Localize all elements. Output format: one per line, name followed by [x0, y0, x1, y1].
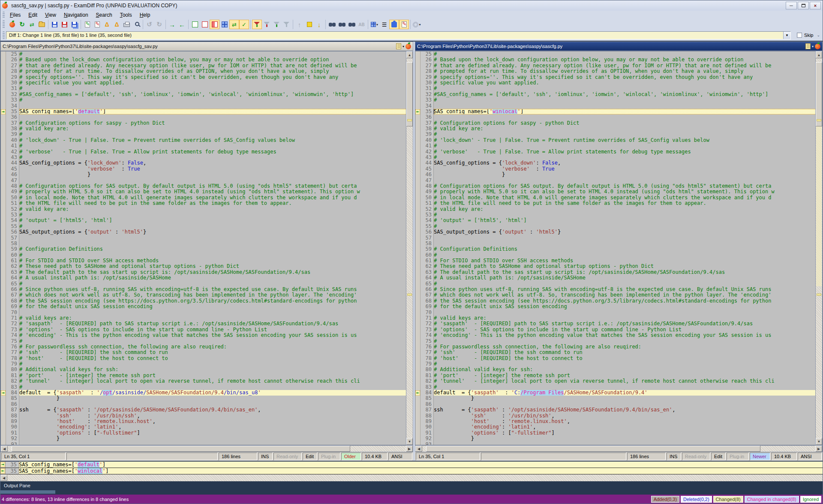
difference-row-1[interactable]: →35SAS_config_names=['default']: [0, 462, 823, 468]
code-line-53[interactable]: 53#: [415, 212, 815, 218]
code-line-31[interactable]: 31#: [415, 86, 815, 91]
code-line-51[interactable]: 51# the HTML file will need to be put in…: [415, 201, 815, 206]
code-line-43[interactable]: 43#: [415, 155, 815, 160]
menu-item-files[interactable]: Files: [6, 11, 24, 19]
scroll-down-icon[interactable]: ▼: [406, 438, 413, 445]
code-line-52[interactable]: 52# valid key are:: [1, 207, 406, 212]
code-line-61[interactable]: 61# For STDIO and STDIO over SSH access …: [1, 258, 406, 264]
code-line-84[interactable]: →84default = {'saspath' : '/opt/sasinsid…: [1, 390, 406, 396]
next-block-icon[interactable]: ↓: [314, 20, 324, 29]
code-line-69[interactable]: 69# for the default unix SAS session enc…: [1, 304, 406, 309]
code-line-26[interactable]: 26# Based upon the lock_down configurati…: [1, 57, 406, 63]
scroll-left-icon[interactable]: ◀: [1, 446, 8, 452]
vertical-scroll-thumb[interactable]: [816, 62, 822, 127]
previous-block-icon[interactable]: ↑: [294, 20, 304, 29]
code-line-71[interactable]: 71# valid keys are:: [1, 315, 406, 321]
code-line-78[interactable]: 78# 'host' - [REQUIRED] the host to conn…: [415, 356, 815, 361]
code-line-93[interactable]: 93: [1, 442, 406, 445]
output-pane-tab[interactable]: [0, 490, 55, 494]
code-line-69[interactable]: 69# for the default unix SAS session enc…: [415, 304, 815, 309]
code-line-72[interactable]: 72# 'saspath' - [REQUIRED] path to SAS s…: [1, 321, 406, 327]
code-line-56[interactable]: 56SAS_output_options = {'output' : 'html…: [415, 229, 815, 235]
code-line-43[interactable]: 43#: [1, 155, 406, 160]
code-line-30[interactable]: 30# specific value you want applied.: [415, 80, 815, 86]
code-line-58[interactable]: 58: [1, 241, 406, 246]
diffbar-overflow-icon[interactable]: ⌄: [817, 33, 820, 37]
code-line-83[interactable]: 83#: [415, 384, 815, 390]
code-line-93[interactable]: 93: [415, 442, 815, 445]
toolbar-grip[interactable]: [3, 20, 5, 28]
code-line-54[interactable]: 54# 'output' = ['html5', 'html']: [1, 218, 406, 223]
code-line-50[interactable]: 50# in local mode. Note that HTML 4.0 wi…: [415, 195, 815, 201]
compare-icon[interactable]: [7, 20, 17, 29]
code-line-51[interactable]: 51# the HTML file will need to be put in…: [1, 201, 406, 206]
code-line-67[interactable]: 67# which does not work well as utf-8. S…: [415, 292, 815, 298]
code-line-54[interactable]: 54# 'output' = ['html5', 'html']: [415, 218, 815, 223]
first-file-editor[interactable]: 25#26# Based upon the lock_down configur…: [0, 51, 406, 445]
code-line-88[interactable]: 88 'ssh' : '/usr/bin/ssh',: [1, 413, 406, 419]
code-line-86[interactable]: 86: [415, 402, 815, 407]
skip-checkbox[interactable]: [797, 33, 802, 38]
show-changed-icon[interactable]: [210, 20, 219, 29]
horizontal-scroll-thumb[interactable]: [426, 446, 760, 452]
scroll-down-icon[interactable]: ▼: [816, 438, 822, 445]
pane-menu-dropdown-icon[interactable]: ▾: [402, 45, 404, 48]
code-line-86[interactable]: 86: [1, 402, 406, 407]
code-line-46[interactable]: 46 }: [415, 172, 815, 177]
code-line-45[interactable]: 45 'verbose' : True: [1, 166, 406, 172]
menu-item-navigation[interactable]: Navigation: [60, 11, 92, 19]
code-line-71[interactable]: 71# valid keys are:: [415, 315, 815, 321]
code-line-89[interactable]: 89 'host' : 'remote.linux.host',: [415, 419, 815, 424]
filter-deleted-icon[interactable]: [262, 20, 272, 29]
code-line-85[interactable]: 85 }: [415, 396, 815, 401]
print-icon[interactable]: [122, 20, 132, 29]
code-line-41[interactable]: 41#: [1, 143, 406, 149]
diff-marker-arrow-icon[interactable]: →: [1, 390, 6, 396]
diff-marker-arrow-icon[interactable]: ←: [415, 109, 420, 114]
code-line-57[interactable]: 57: [415, 235, 815, 241]
difference-row-2[interactable]: ←35SAS_config_names=['winlocal']: [0, 468, 823, 474]
code-line-33[interactable]: 33#: [415, 97, 815, 103]
code-line-27[interactable]: 27# that are defined already. Any necess…: [415, 63, 815, 69]
code-line-77[interactable]: 77# 'ssh' - [REQUIRED] the ssh command t…: [415, 350, 815, 355]
code-line-37[interactable]: 37# Configuration options for saspy - py…: [415, 120, 815, 126]
code-line-75[interactable]: 75#: [1, 339, 406, 344]
send-differences-icon[interactable]: Δ: [112, 20, 122, 29]
code-line-65[interactable]: 65#: [1, 281, 406, 287]
code-line-63[interactable]: 63# The default path to the sas start up…: [1, 270, 406, 275]
open-files-icon[interactable]: [37, 20, 47, 29]
diff-map-mark[interactable]: [817, 294, 821, 296]
code-line-87[interactable]: 87ssh = {'saspath' : '/opt/sasinside/SAS…: [1, 407, 406, 413]
code-line-73[interactable]: 73# 'options' - SAS options to include i…: [1, 327, 406, 333]
save-first-file-icon[interactable]: [50, 20, 60, 29]
code-line-38[interactable]: 38# valid key are:: [415, 126, 815, 132]
code-line-42[interactable]: 42# 'verbose' - True | False. True = All…: [415, 149, 815, 155]
code-line-87[interactable]: 87ssh = {'saspath' : '/opt/sasinside/SAS…: [415, 407, 815, 413]
pane-menu-dropdown-icon[interactable]: ▾: [812, 45, 814, 48]
code-line-26[interactable]: 26# Based upon the lock_down configurati…: [415, 57, 815, 63]
code-line-38[interactable]: 38# valid key are:: [1, 126, 406, 132]
code-line-89[interactable]: 89 'host' : 'remote.linux.host',: [1, 419, 406, 424]
edit-second-file-icon[interactable]: [92, 20, 102, 29]
layout-icon-dropdown[interactable]: ▾: [376, 23, 378, 27]
code-line-63[interactable]: 63# The default path to the sas start up…: [415, 270, 815, 275]
code-line-55[interactable]: 55#: [1, 224, 406, 229]
code-line-68[interactable]: 68# the SAS session encoding (see https:…: [1, 298, 406, 304]
close-button[interactable]: ×: [810, 2, 821, 9]
code-line-50[interactable]: 50# in local mode. Note that HTML 4.0 wi…: [1, 195, 406, 201]
edit-plugins-icon[interactable]: [399, 20, 409, 29]
vertical-scroll-thumb[interactable]: [406, 62, 413, 127]
code-line-40[interactable]: 40# 'lock_down' - True | False. True = P…: [415, 138, 815, 143]
code-line-41[interactable]: 41#: [415, 143, 815, 149]
code-line-56[interactable]: 56SAS_output_options = {'output' : 'html…: [1, 229, 406, 235]
code-line-75[interactable]: 75#: [415, 339, 815, 344]
second-file-horizontal-scrollbar[interactable]: ◀ ▶: [415, 445, 823, 452]
menu-item-view[interactable]: View: [41, 11, 60, 19]
code-line-28[interactable]: 28# prompted for at run time. To dissall…: [415, 69, 815, 74]
print-preview-icon[interactable]: [132, 20, 141, 29]
code-line-76[interactable]: 76# For passwordless ssh connection, the…: [415, 344, 815, 350]
show-all-icon[interactable]: [219, 20, 229, 29]
redo-icon[interactable]: ↻: [154, 20, 164, 29]
code-line-61[interactable]: 61# For STDIO and STDIO over SSH access …: [415, 258, 815, 264]
code-line-34[interactable]: 34: [415, 103, 815, 109]
